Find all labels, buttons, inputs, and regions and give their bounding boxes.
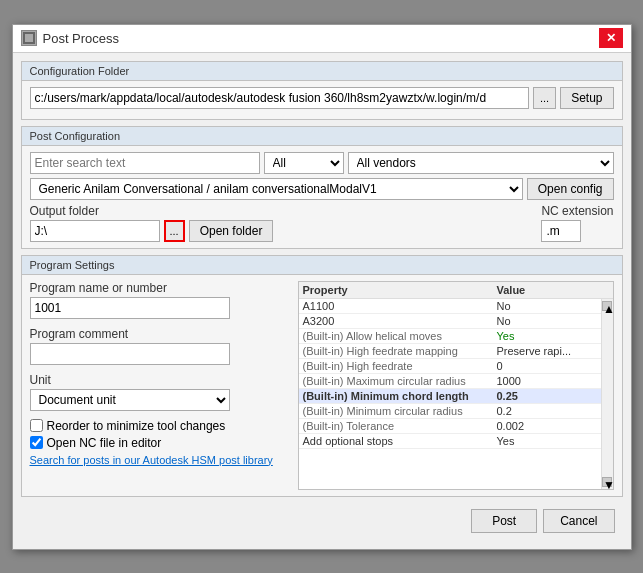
output-folder-input[interactable] [30,220,160,242]
open-folder-button[interactable]: Open folder [189,220,274,242]
config-folder-section: Configuration Folder ... Setup [21,61,623,120]
table-row[interactable]: A3200 No [299,314,601,329]
table-body-wrapper: A1100 No A3200 No (Built-i [299,299,613,489]
table-row[interactable]: (Built-in) Allow helical moves Yes [299,329,601,344]
search-row: All All vendors [30,152,614,174]
prop-value: No [497,300,597,312]
prog-comment-label: Program comment [30,327,290,341]
prop-name: Add optional stops [303,435,497,447]
table-row[interactable]: Add optional stops Yes [299,434,601,449]
prog-name-input[interactable] [30,297,230,319]
post-config-content: All All vendors Generic Anilam Conversat… [22,146,622,248]
prop-name: (Built-in) Minimum circular radius [303,405,497,417]
prop-value: Yes [497,330,597,342]
open-config-button[interactable]: Open config [527,178,614,200]
table-row[interactable]: (Built-in) High feedrate 0 [299,359,601,374]
prop-name: (Built-in) Allow helical moves [303,330,497,342]
config-folder-row: ... Setup [30,87,614,109]
output-browse-button[interactable]: ... [164,220,185,242]
post-select-row: Generic Anilam Conversational / anilam c… [30,178,614,200]
prop-name: A1100 [303,300,497,312]
program-settings-section: Program Settings Program name or number … [21,255,623,497]
output-fields-row: Output folder ... Open folder NC extensi… [30,204,614,242]
output-folder-label: Output folder [30,204,185,218]
reorder-checkbox[interactable] [30,419,43,432]
program-settings-layout: Program name or number Program comment U… [30,281,614,490]
post-button[interactable]: Post [471,509,537,533]
unit-label: Unit [30,373,290,387]
prop-value: Yes [497,435,597,447]
table-row[interactable]: (Built-in) High feedrate mapping Preserv… [299,344,601,359]
prop-value: No [497,315,597,327]
program-settings-content: Program name or number Program comment U… [22,275,622,496]
title-bar: Post Process ✕ [13,25,631,53]
reorder-checkbox-row: Reorder to minimize tool changes [30,419,290,433]
prop-value: 0.25 [497,390,597,402]
prop-value: 1000 [497,375,597,387]
close-button[interactable]: ✕ [599,28,623,48]
scrollbar-spacer [597,284,609,296]
hsm-post-link[interactable]: Search for posts in our Autodesk HSM pos… [30,454,290,466]
table-row[interactable]: (Built-in) Minimum circular radius 0.2 [299,404,601,419]
table-row[interactable]: (Built-in) Tolerance 0.002 [299,419,601,434]
config-folder-content: ... Setup [22,81,622,119]
table-scroll[interactable]: A1100 No A3200 No (Built-i [299,299,601,489]
prop-value: 0.2 [497,405,597,417]
post-config-select[interactable]: Generic Anilam Conversational / anilam c… [30,178,523,200]
post-process-dialog: Post Process ✕ Configuration Folder ... … [12,24,632,550]
table-header: Property Value [299,282,613,299]
prop-name: (Built-in) Tolerance [303,420,497,432]
app-icon [21,30,37,46]
scrollbar[interactable]: ▲ ▼ [601,299,613,489]
title-bar-left: Post Process [21,30,120,46]
left-panel: Program name or number Program comment U… [30,281,290,490]
cancel-button[interactable]: Cancel [543,509,614,533]
nc-ext-group: NC extension [541,204,613,242]
open-nc-label: Open NC file in editor [47,436,162,450]
open-nc-checkbox-row: Open NC file in editor [30,436,290,450]
dialog-title: Post Process [43,31,120,46]
nc-ext-input[interactable] [541,220,581,242]
dialog-body: Configuration Folder ... Setup Post Conf… [13,53,631,549]
svg-rect-1 [25,34,33,42]
prog-comment-input[interactable] [30,343,230,365]
scrollbar-up-arrow[interactable]: ▲ [602,301,612,311]
unit-select[interactable]: Document unit Inches Millimeters [30,389,230,411]
table-row[interactable]: (Built-in) Maximum circular radius 1000 [299,374,601,389]
nc-ext-label: NC extension [541,204,613,218]
prop-name: (Built-in) Maximum circular radius [303,375,497,387]
reorder-label: Reorder to minimize tool changes [47,419,226,433]
col-value-header: Value [497,284,597,296]
prop-value: Preserve rapi... [497,345,597,357]
prop-name: (Built-in) High feedrate mapping [303,345,497,357]
open-nc-checkbox[interactable] [30,436,43,449]
post-config-header: Post Configuration [22,127,622,146]
properties-table: Property Value A1100 No [298,281,614,490]
config-folder-path[interactable] [30,87,529,109]
prop-name: A3200 [303,315,497,327]
all-select[interactable]: All [264,152,344,174]
col-property-header: Property [303,284,497,296]
bottom-buttons: Post Cancel [21,503,623,541]
vendors-select[interactable]: All vendors [348,152,614,174]
prog-name-label: Program name or number [30,281,290,295]
program-settings-header: Program Settings [22,256,622,275]
table-row[interactable]: (Built-in) Minimum chord length 0.25 [299,389,601,404]
table-row[interactable]: A1100 No [299,299,601,314]
output-folder-group: Output folder ... [30,204,185,242]
prop-value: 0 [497,360,597,372]
prop-name: (Built-in) Minimum chord length [303,390,497,402]
config-folder-header: Configuration Folder [22,62,622,81]
setup-button[interactable]: Setup [560,87,613,109]
prop-value: 0.002 [497,420,597,432]
post-config-section: Post Configuration All All vendors Gener… [21,126,623,249]
scrollbar-down-arrow[interactable]: ▼ [602,477,612,487]
search-input[interactable] [30,152,260,174]
prop-name: (Built-in) High feedrate [303,360,497,372]
config-folder-browse[interactable]: ... [533,87,556,109]
